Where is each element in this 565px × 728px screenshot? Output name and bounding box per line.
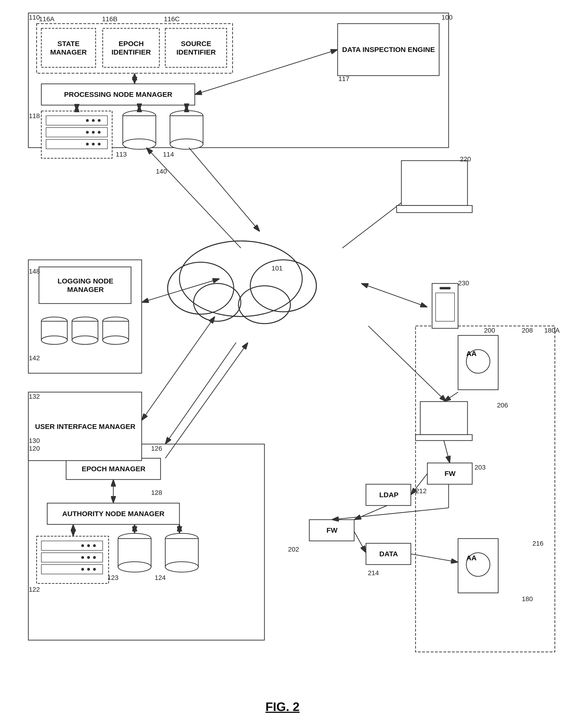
authority-node-manager-label: AUTHORITY NODE MANAGER xyxy=(48,504,179,524)
svg-point-76 xyxy=(239,286,290,324)
aa-badge-bottom: AA xyxy=(466,554,476,562)
data-label: DATA xyxy=(367,544,410,564)
ref-203: 203 xyxy=(475,464,486,471)
svg-line-89 xyxy=(142,317,215,420)
ref-180: 180 xyxy=(522,595,533,603)
svg-line-112 xyxy=(411,554,458,562)
svg-point-86 xyxy=(239,286,290,324)
svg-point-81 xyxy=(240,287,289,322)
svg-rect-116 xyxy=(440,287,450,289)
svg-rect-115 xyxy=(432,283,458,328)
ldap-label: LDAP xyxy=(367,485,411,505)
svg-line-118 xyxy=(189,148,260,231)
ref-128: 128 xyxy=(151,489,162,497)
svg-point-50 xyxy=(118,533,151,544)
svg-point-17 xyxy=(86,131,89,134)
svg-point-80 xyxy=(195,285,240,320)
state-manager-label: STATE MANAGER xyxy=(42,29,95,67)
svg-point-28 xyxy=(170,139,203,149)
svg-rect-39 xyxy=(41,553,103,562)
svg-line-110 xyxy=(332,508,449,520)
svg-line-93 xyxy=(368,326,446,402)
ref-132: 132 xyxy=(29,393,40,400)
svg-point-77 xyxy=(181,242,301,315)
ref-117: 117 xyxy=(338,75,349,83)
ref-202: 202 xyxy=(288,546,299,553)
logging-node-manager-label: LOGGING NODE MANAGER xyxy=(40,268,131,303)
ref-220: 220 xyxy=(460,155,471,163)
fw1-label: FW xyxy=(428,464,472,484)
ref-212: 212 xyxy=(415,487,427,495)
svg-point-68 xyxy=(103,317,129,325)
ref-130: 130 xyxy=(29,437,40,445)
svg-line-111 xyxy=(354,531,366,553)
ref-110: 110 xyxy=(29,14,40,21)
svg-line-92 xyxy=(361,283,427,307)
svg-line-119 xyxy=(165,343,248,458)
svg-point-26 xyxy=(170,111,203,121)
ref-200: 200 xyxy=(484,327,495,334)
svg-point-16 xyxy=(98,119,101,122)
ref-116C: 116C xyxy=(164,15,180,23)
svg-point-42 xyxy=(87,544,90,547)
ref-118: 118 xyxy=(29,112,40,120)
svg-point-41 xyxy=(81,544,84,547)
ref-140: 140 xyxy=(156,168,167,175)
svg-point-49 xyxy=(93,568,96,571)
svg-point-70 xyxy=(103,336,129,344)
ref-114: 114 xyxy=(163,151,174,158)
ref-120: 120 xyxy=(29,445,40,452)
svg-rect-117 xyxy=(436,293,454,321)
svg-line-91 xyxy=(342,194,413,248)
svg-point-74 xyxy=(250,260,316,312)
svg-point-64 xyxy=(41,336,67,344)
svg-rect-12 xyxy=(46,128,107,137)
svg-rect-37 xyxy=(37,536,109,583)
ref-230: 230 xyxy=(458,279,469,287)
svg-line-87 xyxy=(146,148,241,248)
svg-rect-103 xyxy=(458,539,498,593)
svg-point-48 xyxy=(87,568,90,571)
fw2-label: FW xyxy=(310,520,354,540)
svg-line-90 xyxy=(165,343,236,444)
svg-point-67 xyxy=(72,336,98,344)
ref-208: 208 xyxy=(522,327,533,334)
aa-badge-top: AA xyxy=(466,350,476,358)
svg-rect-113 xyxy=(401,161,467,206)
svg-point-78 xyxy=(169,263,233,313)
svg-rect-97 xyxy=(420,402,467,435)
svg-line-106 xyxy=(444,441,450,463)
svg-point-20 xyxy=(86,143,89,146)
svg-rect-98 xyxy=(415,435,472,441)
diagram: 100 110 116A 116B 116C STATE MANAGER EPO… xyxy=(0,0,565,728)
svg-point-21 xyxy=(92,143,95,146)
svg-point-85 xyxy=(194,283,241,321)
svg-rect-11 xyxy=(46,116,107,125)
ref-126: 126 xyxy=(151,445,162,452)
svg-point-53 xyxy=(165,533,198,544)
svg-point-46 xyxy=(93,556,96,559)
svg-rect-94 xyxy=(415,326,555,652)
svg-point-84 xyxy=(250,260,316,312)
svg-point-62 xyxy=(41,317,67,325)
svg-line-105 xyxy=(444,392,458,402)
data-inspection-engine-label: DATA INSPECTION ENGINE xyxy=(338,24,439,75)
ref-206: 206 xyxy=(497,402,508,409)
svg-point-72 xyxy=(180,241,302,317)
arrows-overlay xyxy=(0,0,565,728)
ref-148: 148 xyxy=(29,268,40,275)
epoch-identifier-label: EPOCH IDENTIFIER xyxy=(103,29,159,67)
svg-rect-13 xyxy=(46,139,107,149)
ref-101: 101 xyxy=(272,265,282,272)
svg-rect-24 xyxy=(123,116,156,144)
svg-point-44 xyxy=(81,556,84,559)
svg-line-108 xyxy=(354,505,387,520)
svg-point-22 xyxy=(98,143,101,146)
svg-point-52 xyxy=(118,562,151,572)
svg-point-83 xyxy=(168,262,234,314)
figure-label: FIG. 2 xyxy=(266,700,299,714)
svg-rect-10 xyxy=(41,111,112,158)
ref-124: 124 xyxy=(155,574,166,582)
svg-point-18 xyxy=(92,131,95,134)
epoch-manager-label: EPOCH MANAGER xyxy=(67,459,160,479)
